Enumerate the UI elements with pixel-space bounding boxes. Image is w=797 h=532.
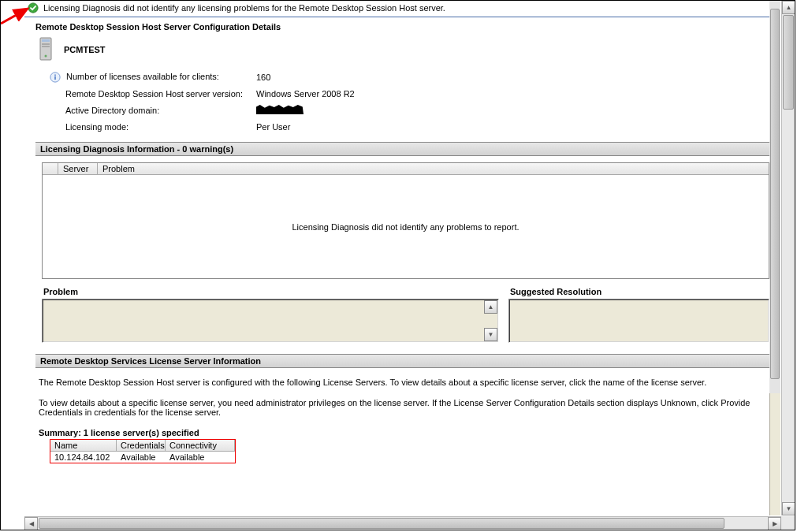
svg-rect-3 bbox=[42, 39, 50, 42]
col-credentials[interactable]: Credentials bbox=[117, 440, 166, 451]
svg-rect-8 bbox=[54, 76, 55, 80]
col-server[interactable]: Server bbox=[58, 163, 98, 174]
status-text: Licensing Diagnosis did not identify any… bbox=[43, 3, 445, 13]
server-identity: PCMTEST bbox=[24, 35, 780, 63]
svg-rect-9 bbox=[54, 75, 55, 76]
scroll-left-button[interactable]: ◀ bbox=[24, 517, 38, 530]
license-description-2: To view details about a specific license… bbox=[39, 398, 766, 417]
col-blank[interactable] bbox=[43, 163, 58, 174]
horizontal-scrollbar[interactable]: ◀ ▶ bbox=[24, 516, 781, 530]
detail-label: Active Directory domain: bbox=[50, 102, 255, 118]
diagnosis-empty-message: Licensing Diagnosis did not identify any… bbox=[43, 175, 769, 278]
redacted-domain bbox=[256, 105, 304, 114]
license-server-row[interactable]: 10.124.84.102 Available Available bbox=[50, 452, 235, 463]
col-connectivity[interactable]: Connectivity bbox=[166, 440, 235, 451]
scrollbar-thumb[interactable] bbox=[783, 15, 794, 110]
inner-scrollbar-rail bbox=[769, 1, 780, 515]
vertical-scrollbar[interactable]: ▲ ▼ bbox=[781, 1, 795, 515]
detail-value bbox=[256, 102, 359, 118]
cell-connectivity: Available bbox=[166, 452, 235, 463]
diagnosis-list: Server Problem Licensing Diagnosis did n… bbox=[42, 162, 769, 279]
server-name: PCMTEST bbox=[64, 45, 106, 54]
svg-rect-5 bbox=[42, 46, 50, 47]
resolution-field: Suggested Resolution bbox=[508, 285, 769, 343]
license-description-1: The Remote Desktop Session Host server i… bbox=[39, 378, 766, 387]
svg-line-0 bbox=[1, 9, 28, 24]
problem-textarea[interactable]: ▲ ▼ bbox=[42, 299, 499, 343]
diagnosis-panel-header: Licensing Diagnosis Information - 0 warn… bbox=[35, 142, 780, 156]
scrollbar-corner bbox=[781, 516, 795, 530]
detail-row: Active Directory domain: bbox=[50, 102, 359, 118]
scroll-down-button[interactable]: ▼ bbox=[782, 502, 795, 515]
problem-label: Problem bbox=[42, 285, 499, 299]
col-problem[interactable]: Problem bbox=[98, 163, 769, 174]
config-section-title: Remote Desktop Session Host Server Confi… bbox=[24, 17, 780, 35]
config-details-table: Number of licenses available for clients… bbox=[48, 68, 361, 136]
license-summary-table: Name Credentials Connectivity 10.124.84.… bbox=[50, 439, 236, 463]
cell-name: 10.124.84.102 bbox=[50, 452, 117, 463]
detail-row: Number of licenses available for clients… bbox=[50, 69, 359, 85]
detail-value: Windows Server 2008 R2 bbox=[256, 87, 359, 101]
problem-field: Problem ▲ ▼ bbox=[42, 285, 499, 343]
detail-row: Licensing mode: Per User bbox=[50, 120, 359, 134]
server-tower-icon bbox=[37, 36, 56, 63]
scrollbar-thumb[interactable] bbox=[39, 518, 724, 529]
detail-label: Remote Desktop Session Host server versi… bbox=[50, 87, 255, 101]
detail-label: Licensing mode: bbox=[50, 120, 255, 134]
scroll-right-button[interactable]: ▶ bbox=[768, 517, 781, 530]
detail-value: Per User bbox=[256, 120, 359, 134]
detail-row: Remote Desktop Session Host server versi… bbox=[50, 87, 359, 101]
detail-value: 160 bbox=[256, 69, 359, 85]
col-name[interactable]: Name bbox=[50, 440, 117, 451]
diagnosis-columns: Server Problem bbox=[43, 163, 769, 175]
detail-label: Number of licenses available for clients… bbox=[66, 72, 219, 81]
info-icon bbox=[50, 72, 61, 83]
cell-credentials: Available bbox=[117, 452, 166, 463]
scroll-up-button[interactable]: ▲ bbox=[484, 300, 497, 314]
scrollbar-thumb[interactable] bbox=[770, 9, 780, 379]
success-check-icon bbox=[28, 2, 39, 13]
resolution-label: Suggested Resolution bbox=[508, 285, 769, 299]
svg-point-6 bbox=[45, 55, 47, 58]
status-banner: Licensing Diagnosis did not identify any… bbox=[24, 1, 780, 17]
license-summary-title: Summary: 1 license server(s) specified bbox=[39, 428, 766, 437]
inner-vertical-scrollbar[interactable] bbox=[769, 1, 780, 393]
scroll-down-button[interactable]: ▼ bbox=[484, 328, 497, 341]
resolution-textarea[interactable] bbox=[508, 299, 769, 343]
scroll-up-button[interactable]: ▲ bbox=[782, 1, 795, 14]
svg-rect-4 bbox=[42, 43, 50, 45]
license-panel-header: Remote Desktop Services License Server I… bbox=[35, 354, 780, 368]
